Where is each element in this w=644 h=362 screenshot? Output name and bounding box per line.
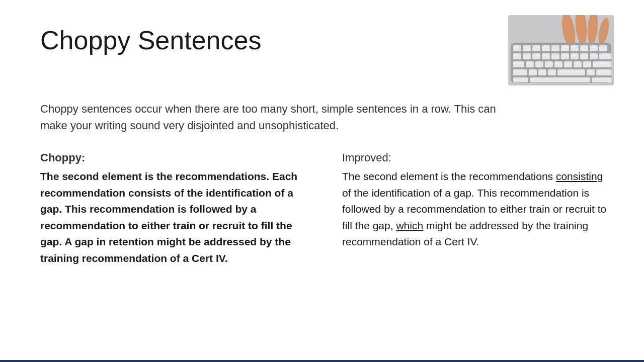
svg-rect-23 [580, 53, 588, 59]
consisting-underline: consisting [556, 170, 603, 182]
svg-rect-44 [592, 77, 611, 82]
svg-rect-17 [523, 53, 531, 59]
svg-rect-43 [530, 77, 590, 82]
svg-rect-39 [557, 69, 585, 75]
svg-rect-22 [571, 53, 579, 59]
improved-column: Improved: The second element is the reco… [342, 151, 614, 266]
svg-rect-38 [548, 69, 556, 75]
svg-rect-7 [523, 45, 531, 51]
which-underline: which [396, 220, 423, 231]
svg-rect-10 [551, 45, 559, 51]
svg-rect-34 [593, 61, 611, 67]
svg-rect-24 [590, 53, 598, 59]
svg-rect-37 [538, 69, 546, 75]
svg-rect-6 [513, 45, 521, 51]
svg-rect-11 [561, 45, 569, 51]
svg-rect-32 [574, 61, 582, 67]
choppy-column: Choppy: The second element is the recomm… [40, 151, 312, 266]
columns-container: Choppy: The second element is the recomm… [40, 151, 614, 266]
choppy-body: The second element is the recommendation… [40, 168, 312, 266]
intro-paragraph: Choppy sentences occur when there are to… [40, 101, 518, 134]
svg-rect-29 [545, 61, 553, 67]
header-area: Choppy Sentences [40, 20, 614, 85]
svg-rect-40 [587, 69, 595, 75]
slide-container: Choppy Sentences [0, 0, 644, 362]
keyboard-image [508, 15, 614, 85]
svg-rect-13 [580, 45, 588, 51]
svg-rect-36 [529, 69, 537, 75]
choppy-label: Choppy: [40, 151, 312, 164]
svg-rect-8 [532, 45, 540, 51]
svg-rect-14 [590, 45, 598, 51]
svg-rect-15 [599, 45, 607, 51]
svg-rect-31 [564, 61, 572, 67]
improved-body: The second element is the recommendation… [342, 168, 614, 250]
svg-rect-27 [526, 61, 534, 67]
svg-rect-42 [513, 77, 528, 82]
svg-rect-21 [561, 53, 569, 59]
svg-rect-16 [513, 53, 521, 59]
improved-label: Improved: [342, 151, 614, 164]
svg-rect-25 [599, 53, 611, 59]
svg-rect-9 [542, 45, 550, 51]
svg-rect-26 [513, 61, 524, 67]
svg-rect-41 [596, 69, 611, 75]
svg-rect-18 [532, 53, 540, 59]
svg-rect-20 [551, 53, 559, 59]
svg-rect-28 [535, 61, 543, 67]
slide-title: Choppy Sentences [40, 25, 261, 55]
svg-rect-35 [513, 69, 527, 75]
svg-rect-19 [542, 53, 550, 59]
svg-rect-12 [571, 45, 579, 51]
svg-rect-30 [554, 61, 562, 67]
svg-rect-33 [583, 61, 591, 67]
bottom-border [0, 360, 644, 362]
